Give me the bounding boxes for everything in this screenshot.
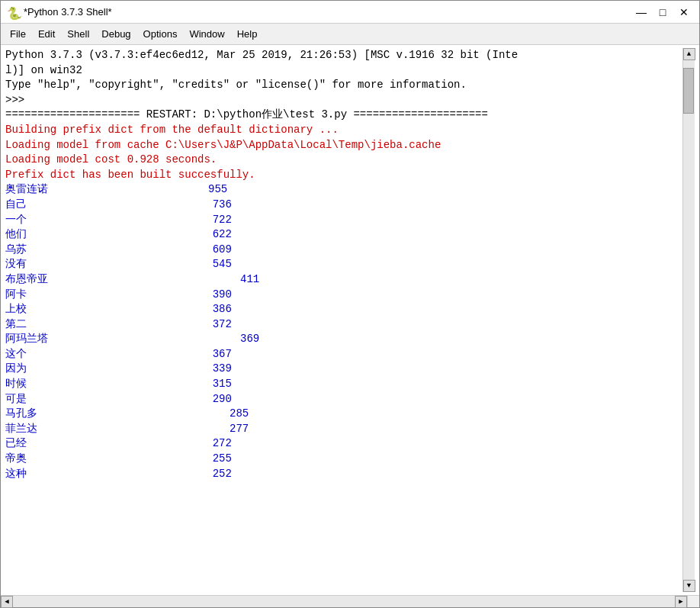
terminal-line: 乌苏 609 [5,243,682,258]
title-bar-left: 🐍 *Python 3.7.3 Shell* [7,6,112,18]
terminal-line: 这个 367 [5,347,682,362]
terminal-output[interactable]: Python 3.7.3 (v3.7.3:ef4ec6ed12, Mar 25 … [5,48,682,592]
terminal-line: Type "help", "copyright", "credits" or "… [5,78,682,93]
menu-bar: FileEditShellDebugOptionsWindowHelp [1,24,699,45]
bottom-bar: ◀ ▶ [1,595,699,607]
horizontal-scrollbar[interactable]: ◀ ▶ [1,595,687,607]
terminal-line: Python 3.7.3 (v3.7.3:ef4ec6ed12, Mar 25 … [5,48,682,63]
window-controls: — □ ✕ [632,5,693,20]
close-button[interactable]: ✕ [675,5,693,20]
maximize-button[interactable]: □ [653,5,672,20]
terminal-line: 第二 372 [5,317,682,333]
main-window: 🐍 *Python 3.7.3 Shell* — □ ✕ FileEditShe… [0,0,700,608]
minimize-button[interactable]: — [632,5,650,20]
scroll-right-button[interactable]: ▶ [675,596,687,608]
vertical-scrollbar[interactable]: ▲ ▼ [682,48,695,592]
title-bar: 🐍 *Python 3.7.3 Shell* — □ ✕ [1,1,699,24]
menu-item-debug[interactable]: Debug [95,27,136,41]
terminal-line: 已经 272 [5,436,682,452]
terminal-line: 阿卡 390 [5,288,682,303]
terminal-line: >>> [5,93,682,108]
terminal-line: Prefix dict has been built succesfully. [5,168,682,183]
terminal-line: 他们 622 [5,227,682,243]
terminal-line: 马孔多 285 [5,407,682,422]
terminal-line: 时候 315 [5,377,682,392]
terminal-line: 可是 290 [5,392,682,407]
menu-item-help[interactable]: Help [231,27,264,41]
scroll-down-button[interactable]: ▼ [683,580,695,592]
terminal-line: Building prefix dict from the default di… [5,123,682,138]
terminal-line: 阿玛兰塔 369 [5,332,682,347]
terminal-line: 一个 722 [5,213,682,228]
terminal-line: 没有 545 [5,257,682,272]
window-title: *Python 3.7.3 Shell* [24,6,112,18]
content-area: Python 3.7.3 (v3.7.3:ef4ec6ed12, Mar 25 … [1,45,699,595]
menu-item-edit[interactable]: Edit [32,27,61,41]
terminal-line: 布恩帝亚 411 [5,272,682,288]
scroll-track-h [13,596,675,607]
terminal-line: 奥雷连诺 955 [5,182,682,198]
terminal-line: 自己 736 [5,198,682,213]
terminal-line: ===================== RESTART: D:\python… [5,108,682,123]
scroll-thumb-v[interactable] [683,68,694,114]
terminal-line: l)] on win32 [5,63,682,79]
menu-item-file[interactable]: File [4,27,32,41]
terminal-line: Loading model from cache C:\Users\J&P\Ap… [5,138,682,153]
terminal-line: 上校 386 [5,302,682,317]
menu-item-options[interactable]: Options [137,27,184,41]
app-icon: 🐍 [7,6,19,18]
terminal-line: Loading model cost 0.928 seconds. [5,153,682,168]
scroll-track-v [683,60,695,580]
menu-item-window[interactable]: Window [183,27,230,41]
menu-item-shell[interactable]: Shell [61,27,95,41]
terminal-line: 帝奥 255 [5,452,682,467]
scroll-left-button[interactable]: ◀ [1,596,13,608]
scroll-up-button[interactable]: ▲ [683,48,695,60]
terminal-line: 这种 252 [5,467,682,482]
scroll-corner [687,595,699,607]
terminal-line: 菲兰达 277 [5,422,682,437]
terminal-line: 因为 339 [5,362,682,377]
